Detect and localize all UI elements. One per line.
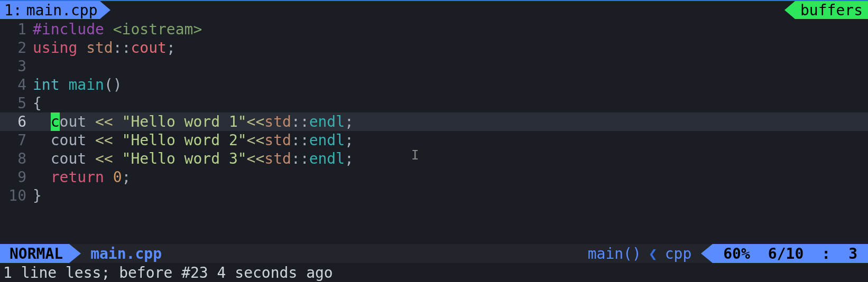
line-number: 6 [0, 112, 33, 131]
token-punc [86, 150, 95, 167]
code-line[interactable]: 1#include <iostream> [0, 20, 868, 39]
token-punc [104, 168, 113, 186]
buffer-bar: 1: main.cpp buffers [0, 0, 868, 19]
buffers-label-text: buffers [800, 2, 863, 19]
token-pp: #include [33, 21, 113, 38]
token-punc: ; [345, 150, 354, 167]
token-punc [33, 150, 51, 167]
token-fn: endl [309, 150, 345, 167]
mode-text: NORMAL [10, 245, 63, 262]
token-punc: :: [291, 150, 309, 167]
message-text: 1 line less; before #23 4 seconds ago [3, 264, 333, 281]
code-line[interactable]: 6 cout << "Hello word 1"<<std::endl; [0, 112, 868, 131]
buffer-tab[interactable]: 1: main.cpp [0, 1, 100, 19]
token-op: << [95, 131, 113, 149]
line-content: return 0; [33, 168, 868, 186]
code-line[interactable]: 5{ [0, 94, 868, 112]
token-str: "Hello word 1" [122, 113, 247, 130]
token-punc [113, 150, 122, 167]
buffer-tab-name: main.cpp [26, 2, 98, 19]
token-op: << [95, 150, 113, 167]
line-number: 7 [0, 131, 33, 149]
status-position: 60% 6/10 : 3 [713, 244, 868, 263]
code-line[interactable]: 2using std::cout; [0, 39, 868, 57]
token-kw: using [33, 39, 77, 57]
separator-icon [701, 244, 713, 263]
code-line[interactable]: 7 cout << "Hello word 2"<<std::endl; [0, 131, 868, 149]
status-line: NORMAL main.cpp main() ❮ cpp 60% 6/10 : … [0, 244, 868, 263]
status-line-count: 6/10 [768, 245, 804, 262]
code-line[interactable]: 8 cout << "Hello word 3"<<std::endl; [0, 149, 868, 168]
token-punc: :: [113, 39, 131, 57]
status-context-func: main() [588, 245, 641, 262]
line-number: 10 [0, 186, 33, 205]
token-punc: :: [291, 131, 309, 149]
chevron-left-icon: ❮ [649, 245, 658, 262]
token-hdr: <iostream> [113, 21, 202, 38]
token-fn: endl [309, 113, 345, 130]
token-punc [33, 131, 51, 149]
token-op: << [95, 113, 113, 130]
token-id: out [60, 113, 87, 130]
status-context: main() ❮ cpp [588, 244, 701, 263]
token-op: << [247, 131, 265, 149]
token-punc [33, 168, 51, 186]
token-punc [60, 76, 69, 93]
spacer [162, 244, 588, 263]
code-line[interactable]: 10} [0, 186, 868, 205]
token-punc: ; [345, 131, 354, 149]
line-content: } [33, 186, 868, 205]
status-filename-text: main.cpp [90, 245, 162, 262]
token-ident: cout [131, 39, 166, 57]
line-number: 9 [0, 168, 33, 186]
token-ns: std [264, 131, 291, 149]
token-id: cout [51, 150, 86, 167]
token-punc: ; [122, 168, 131, 186]
separator-icon [100, 1, 110, 19]
code-line[interactable]: 3 [0, 57, 868, 76]
separator-icon [784, 1, 795, 19]
spacer [110, 1, 784, 19]
line-content: int main() [33, 76, 868, 94]
status-filename: main.cpp [81, 244, 162, 263]
token-str: "Hello word 3" [122, 150, 247, 167]
line-content: #include <iostream> [33, 20, 868, 39]
code-line[interactable]: 9 return 0; [0, 168, 868, 186]
token-fn: main [68, 76, 104, 93]
line-content: using std::cout; [33, 39, 868, 57]
token-punc: { [33, 95, 42, 112]
buffers-label[interactable]: buffers [795, 1, 868, 19]
line-number: 2 [0, 39, 33, 57]
token-kw: return [51, 168, 104, 186]
token-typ: int [33, 76, 60, 93]
code-line[interactable]: 4int main() [0, 76, 868, 94]
line-number: 5 [0, 94, 33, 112]
mode-indicator: NORMAL [0, 244, 69, 263]
token-punc: } [33, 187, 42, 204]
message-line: 1 line less; before #23 4 seconds ago [0, 263, 868, 282]
buffer-tab-index: 1: [4, 2, 22, 19]
line-number: 3 [0, 57, 33, 76]
text-cursor-icon: I [411, 148, 419, 163]
editor-code-area[interactable]: 1#include <iostream>2using std::cout;34i… [0, 19, 868, 205]
status-col: 3 [848, 245, 857, 262]
token-id: cout [51, 131, 86, 149]
cursor-block: c [51, 112, 60, 131]
line-content: cout << "Hello word 2"<<std::endl; [33, 131, 868, 149]
token-num: 0 [113, 168, 122, 186]
token-op: << [247, 113, 265, 130]
line-number: 8 [0, 149, 33, 168]
token-punc: () [104, 76, 122, 93]
line-number: 1 [0, 20, 33, 39]
token-ns: std [86, 39, 113, 57]
token-fn: endl [309, 131, 345, 149]
line-number: 4 [0, 76, 33, 94]
token-op: << [247, 150, 265, 167]
line-content: cout << "Hello word 3"<<std::endl; [33, 149, 868, 168]
separator-icon [69, 244, 81, 263]
line-content: { [33, 94, 868, 112]
token-str: "Hello word 2" [122, 131, 247, 149]
token-punc [113, 131, 122, 149]
token-punc [113, 113, 122, 130]
token-punc [33, 113, 51, 130]
